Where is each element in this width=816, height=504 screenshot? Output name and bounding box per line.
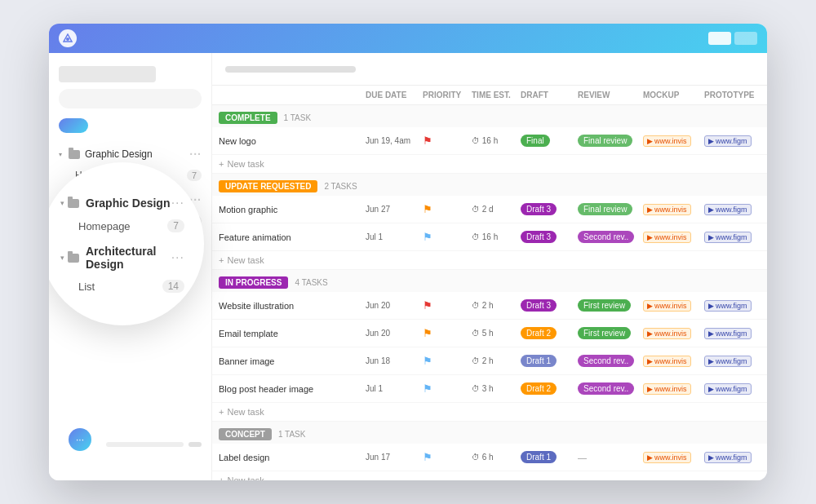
status-badge-0: COMPLETE xyxy=(219,112,277,124)
mockup-chip[interactable]: ▶www.invis xyxy=(643,383,691,395)
section-task-count-3: 1 TASK xyxy=(278,430,306,439)
priority-flag: ⚑ xyxy=(423,231,432,243)
task-priority: ⚑ xyxy=(423,327,472,339)
zoom-list-item[interactable]: List 14 xyxy=(60,276,184,297)
col-header-time: TIME EST. xyxy=(472,91,521,99)
plus-icon: + xyxy=(219,255,224,265)
col-header-mockup: MOCKUP xyxy=(643,91,704,99)
proto-chip[interactable]: ▶www.figm xyxy=(704,135,752,147)
task-draft: Draft 2 xyxy=(521,382,578,395)
table-row[interactable]: Email template Jun 20 ⚑ ⏱ 5 h Draft 2 Fi… xyxy=(212,320,767,347)
priority-flag: ⚑ xyxy=(423,327,432,339)
section-header-1: UPDATE REQUESTED 2 TASKS xyxy=(212,174,767,196)
task-review: Second rev.. xyxy=(578,355,643,367)
review-empty: — xyxy=(578,453,587,462)
draft-pill: Final xyxy=(521,135,550,147)
zoom-homepage-item[interactable]: Homepage 7 xyxy=(60,215,184,237)
zoom-graphic-dots[interactable]: ··· xyxy=(171,196,184,210)
zoom-graphic-design-label: Graphic Design xyxy=(86,197,171,210)
add-task-label: New task xyxy=(227,159,264,169)
review-pill: First review xyxy=(578,299,631,312)
add-task-row-0[interactable]: +New task xyxy=(212,155,767,174)
task-date: Jun 17 xyxy=(366,453,423,462)
task-proto: ▶www.figm xyxy=(704,451,767,463)
draft-pill: Draft 3 xyxy=(521,203,557,215)
task-name: Feature animation xyxy=(219,232,366,242)
zoom-graphic-design-group[interactable]: ▾ Graphic Design ··· xyxy=(60,191,184,215)
mockup-chip[interactable]: ▶www.invis xyxy=(643,300,691,312)
task-priority: ⚑ xyxy=(423,299,472,312)
sidebar-toggle[interactable] xyxy=(59,118,88,133)
zoom-chevron-graphic: ▾ xyxy=(60,199,64,207)
review-pill: Second rev.. xyxy=(578,355,634,367)
table-row[interactable]: Label design Jun 17 ⚑ ⏱ 6 h Draft 1 — ▶w… xyxy=(212,444,767,471)
task-time: ⏱ 2 h xyxy=(472,356,521,365)
task-review: First review xyxy=(578,327,643,339)
task-proto: ▶www.figm xyxy=(704,355,767,367)
proto-chip[interactable]: ▶www.figm xyxy=(704,356,752,367)
task-priority: ⚑ xyxy=(423,451,472,463)
add-task-row-3[interactable]: +New task xyxy=(212,471,767,480)
task-priority: ⚑ xyxy=(423,135,472,147)
task-review: Second rev.. xyxy=(578,231,643,243)
task-draft: Draft 3 xyxy=(521,203,578,215)
window-btn-2[interactable] xyxy=(734,32,757,45)
add-task-row-1[interactable]: +New task xyxy=(212,251,767,270)
window-btn-1[interactable] xyxy=(708,32,731,45)
status-badge-3: CONCEPT xyxy=(219,428,272,440)
task-proto: ▶www.figm xyxy=(704,203,767,215)
svg-point-0 xyxy=(66,38,69,41)
mockup-chip[interactable]: ▶www.invis xyxy=(643,356,691,367)
task-review: First review xyxy=(578,299,643,312)
mockup-chip[interactable]: ▶www.invis xyxy=(643,135,691,147)
folder-icon xyxy=(69,150,80,159)
proto-chip[interactable]: ▶www.figm xyxy=(704,232,752,243)
task-date: Jun 19, 4am xyxy=(366,136,423,145)
mockup-chip[interactable]: ▶www.invis xyxy=(643,452,691,463)
task-name: Website illustration xyxy=(219,301,366,311)
col-header-date: DUE DATE xyxy=(366,91,423,99)
proto-chip[interactable]: ▶www.figm xyxy=(704,300,752,312)
proto-chip[interactable]: ▶www.figm xyxy=(704,204,752,215)
col-header-draft: DRAFT xyxy=(521,91,578,99)
chat-button[interactable]: ··· xyxy=(69,428,91,451)
task-date: Jun 27 xyxy=(366,205,423,214)
zoom-list-count: 14 xyxy=(162,280,184,293)
proto-chip[interactable]: ▶www.figm xyxy=(704,452,752,463)
task-time: ⏱ 16 h xyxy=(472,136,521,145)
status-badge-2: IN PROGRESS xyxy=(219,276,288,289)
task-time: ⏱ 5 h xyxy=(472,329,521,338)
task-mockup: ▶www.invis xyxy=(643,203,704,215)
zoom-list-label: List xyxy=(78,281,162,293)
table-row[interactable]: Blog post header image Jul 1 ⚑ ⏱ 3 h Dra… xyxy=(212,375,767,403)
task-draft: Draft 3 xyxy=(521,299,578,312)
table-row[interactable]: Website illustration Jun 20 ⚑ ⏱ 2 h Draf… xyxy=(212,292,767,320)
task-name: Email template xyxy=(219,329,366,338)
task-date: Jun 20 xyxy=(366,301,423,310)
table-row[interactable]: Banner image Jun 18 ⚑ ⏱ 2 h Draft 1 Seco… xyxy=(212,347,767,375)
sidebar-search[interactable] xyxy=(59,89,202,108)
review-pill: Final review xyxy=(578,135,632,147)
task-name: Banner image xyxy=(219,356,366,366)
zoom-architectural-dots[interactable]: ··· xyxy=(171,250,184,265)
task-draft: Draft 1 xyxy=(521,451,578,463)
table-row[interactable]: Motion graphic Jun 27 ⚑ ⏱ 2 d Draft 3 Fi… xyxy=(212,196,767,223)
priority-flag: ⚑ xyxy=(423,203,432,215)
zoom-architectural-design-group[interactable]: ▾ Architectural Design ··· xyxy=(60,240,184,276)
mockup-chip[interactable]: ▶www.invis xyxy=(643,204,691,215)
proto-chip[interactable]: ▶www.figm xyxy=(704,383,752,395)
draft-pill: Draft 1 xyxy=(521,355,557,367)
section-header-3: CONCEPT 1 TASK xyxy=(212,422,767,444)
table-row[interactable]: Feature animation Jul 1 ⚑ ⏱ 16 h Draft 3… xyxy=(212,223,767,251)
status-badge-1: UPDATE REQUESTED xyxy=(219,180,317,192)
task-proto: ▶www.figm xyxy=(704,135,767,147)
priority-flag: ⚑ xyxy=(423,355,432,367)
sidebar-group-dots-graphic[interactable]: ··· xyxy=(189,148,202,161)
mockup-chip[interactable]: ▶www.invis xyxy=(643,232,691,243)
column-headers: DUE DATE PRIORITY TIME EST. DRAFT REVIEW… xyxy=(212,86,767,105)
mockup-chip[interactable]: ▶www.invis xyxy=(643,328,691,339)
proto-chip[interactable]: ▶www.figm xyxy=(704,328,752,339)
add-task-row-2[interactable]: +New task xyxy=(212,403,767,422)
table-row[interactable]: New logo Jun 19, 4am ⚑ ⏱ 16 h Final Fina… xyxy=(212,127,767,155)
task-draft: Draft 1 xyxy=(521,355,578,367)
